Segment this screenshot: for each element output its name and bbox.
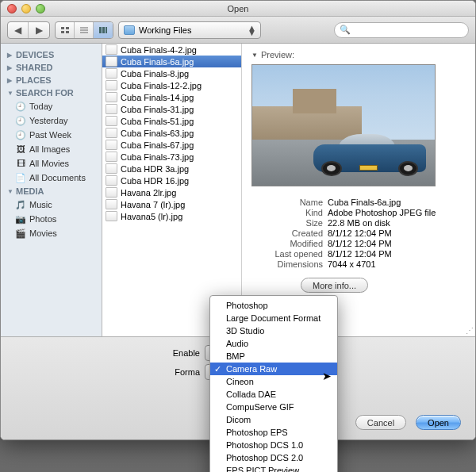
file-row[interactable]: Cuba Finals-12-2.jpg bbox=[102, 79, 241, 91]
svg-rect-3 bbox=[66, 31, 69, 33]
file-name: Cuba Finals-14.jpg bbox=[121, 93, 194, 102]
file-row[interactable]: Cuba Finals-67.jpg bbox=[102, 139, 241, 151]
popup-item[interactable]: ✓Camera Raw bbox=[210, 363, 337, 375]
svg-rect-8 bbox=[102, 27, 105, 33]
file-name: Cuba Finals-51.jpg bbox=[121, 117, 194, 126]
sidebar-group-label: SHARED bbox=[16, 63, 52, 72]
meta-value-lastopened: 8/1/12 12:04 PM bbox=[328, 249, 392, 259]
view-mode-segment bbox=[55, 21, 113, 39]
file-row[interactable]: Cuba Finals-6a.jpg bbox=[102, 56, 241, 67]
sidebar-group[interactable]: ▶DEVICES bbox=[1, 48, 102, 61]
sidebar-item[interactable]: 🎵Music bbox=[1, 198, 102, 212]
sidebar-item[interactable]: 🖼All Images bbox=[1, 142, 102, 156]
svg-rect-9 bbox=[106, 27, 107, 33]
more-info-button[interactable]: More info... bbox=[301, 278, 368, 293]
file-row[interactable]: Cuba Finals-8.jpg bbox=[102, 67, 241, 79]
sidebar-group[interactable]: ▼SEARCH FOR bbox=[1, 86, 102, 99]
nav-buttons: ◀ ▶ bbox=[7, 21, 50, 39]
popup-item-label: Camera Raw bbox=[226, 364, 277, 374]
svg-rect-2 bbox=[61, 31, 64, 33]
popup-item[interactable]: CompuServe GIF bbox=[210, 401, 337, 413]
file-icon bbox=[106, 56, 117, 67]
popup-item-label: Dicom bbox=[226, 415, 251, 424]
file-row[interactable]: Cuba HDR 16.jpg bbox=[102, 175, 241, 186]
file-row[interactable]: Cuba Finals-14.jpg bbox=[102, 91, 241, 103]
popup-item[interactable]: Photoshop bbox=[210, 299, 337, 312]
sidebar-group[interactable]: ▼MEDIA bbox=[1, 185, 102, 198]
minimize-window-icon[interactable] bbox=[21, 4, 31, 13]
file-icon bbox=[106, 199, 117, 209]
sidebar-item-label: Photos bbox=[29, 214, 56, 224]
sidebar-item[interactable]: 📷Photos bbox=[1, 212, 102, 226]
sidebar-item[interactable]: 🕘Today bbox=[1, 99, 102, 113]
popup-item[interactable]: Audio bbox=[210, 337, 337, 350]
file-row[interactable]: Havana5 (lr).jpg bbox=[102, 210, 241, 222]
cancel-button[interactable]: Cancel bbox=[355, 415, 406, 430]
path-dropdown[interactable]: Working Files ▲▼ bbox=[118, 21, 261, 39]
popup-item[interactable]: Photoshop EPS bbox=[210, 426, 337, 439]
list-view-button[interactable] bbox=[75, 22, 94, 38]
popup-item[interactable]: Collada DAE bbox=[210, 388, 337, 401]
photos-icon: 📷 bbox=[15, 213, 26, 224]
meta-label-modified: Modified bbox=[251, 239, 323, 248]
file-row[interactable]: Havana 7 (lr).jpg bbox=[102, 198, 241, 210]
sidebar-item[interactable]: 🕘Past Week bbox=[1, 128, 102, 142]
file-icon bbox=[106, 44, 117, 55]
meta-label-created: Created bbox=[251, 228, 323, 238]
popup-item[interactable]: Dicom bbox=[210, 413, 337, 426]
popup-item[interactable]: Photoshop DCS 1.0 bbox=[210, 439, 337, 451]
popup-item-label: 3D Studio bbox=[226, 326, 264, 336]
dropdown-arrows-icon: ▲▼ bbox=[248, 25, 256, 35]
popup-item-label: EPS PICT Preview bbox=[226, 466, 299, 472]
svg-rect-1 bbox=[66, 27, 69, 29]
file-row[interactable]: Cuba Finals-4-2.jpg bbox=[102, 44, 241, 56]
disclosure-triangle-icon[interactable]: ▼ bbox=[251, 52, 258, 59]
meta-label-name: Name bbox=[251, 198, 323, 207]
file-row[interactable]: Cuba HDR 3a.jpg bbox=[102, 163, 241, 175]
file-column[interactable]: Cuba Finals-4-2.jpgCuba Finals-6a.jpgCub… bbox=[102, 44, 242, 337]
file-row[interactable]: Cuba Finals-73.jpg bbox=[102, 151, 241, 163]
close-window-icon[interactable] bbox=[7, 4, 17, 13]
clock-icon: 🕘 bbox=[15, 101, 26, 112]
sidebar-item[interactable]: 🕘Yesterday bbox=[1, 113, 102, 128]
file-row[interactable]: Cuba Finals-63.jpg bbox=[102, 127, 241, 139]
meta-value-kind: Adobe Photoshop JPEG file bbox=[328, 208, 436, 217]
popup-item[interactable]: Large Document Format bbox=[210, 312, 337, 324]
popup-item-label: Collada DAE bbox=[226, 389, 276, 399]
nav-forward-button[interactable]: ▶ bbox=[29, 22, 49, 38]
file-row[interactable]: Cuba Finals-51.jpg bbox=[102, 115, 241, 127]
open-button[interactable]: Open bbox=[416, 415, 461, 430]
file-icon bbox=[106, 128, 117, 138]
preview-heading[interactable]: ▼ Preview: bbox=[251, 50, 466, 59]
sidebar-item[interactable]: 🎬Movies bbox=[1, 226, 102, 240]
sidebar-group[interactable]: ▶PLACES bbox=[1, 74, 102, 86]
popup-item[interactable]: Cineon bbox=[210, 375, 337, 388]
resize-handle-icon[interactable]: ⋰ bbox=[466, 326, 474, 335]
sidebar-item[interactable]: 🎞All Movies bbox=[1, 156, 102, 171]
sidebar-item-label: All Images bbox=[29, 144, 70, 154]
search-input[interactable]: 🔍 bbox=[334, 22, 469, 38]
popup-item[interactable]: EPS PICT Preview bbox=[210, 464, 337, 472]
sidebar-item-label: All Documents bbox=[29, 173, 86, 182]
icon-view-button[interactable] bbox=[56, 22, 75, 38]
sidebar-item-label: Movies bbox=[29, 228, 57, 238]
search-icon: 🔍 bbox=[340, 25, 351, 35]
file-name: Cuba HDR 3a.jpg bbox=[121, 164, 189, 174]
popup-item-label: CompuServe GIF bbox=[226, 402, 294, 412]
docs-icon: 📄 bbox=[15, 172, 26, 183]
sidebar-item[interactable]: 📄All Documents bbox=[1, 171, 102, 185]
file-row[interactable]: Havana 2lr.jpg bbox=[102, 186, 241, 198]
popup-item-label: Cineon bbox=[226, 377, 254, 386]
search-text-field[interactable] bbox=[354, 25, 463, 35]
sidebar-group[interactable]: ▶SHARED bbox=[1, 61, 102, 74]
popup-item[interactable]: Photoshop DCS 2.0 bbox=[210, 451, 337, 464]
column-view-button[interactable] bbox=[94, 22, 113, 38]
zoom-window-icon[interactable] bbox=[36, 4, 45, 13]
file-name: Havana5 (lr).jpg bbox=[121, 212, 182, 221]
nav-back-button[interactable]: ◀ bbox=[8, 22, 29, 38]
popup-item[interactable]: 3D Studio bbox=[210, 324, 337, 337]
movies-icon: 🎞 bbox=[15, 158, 26, 169]
file-name: Cuba Finals-67.jpg bbox=[121, 140, 194, 150]
file-row[interactable]: Cuba Finals-31.jpg bbox=[102, 103, 241, 115]
popup-item[interactable]: BMP bbox=[210, 350, 337, 363]
